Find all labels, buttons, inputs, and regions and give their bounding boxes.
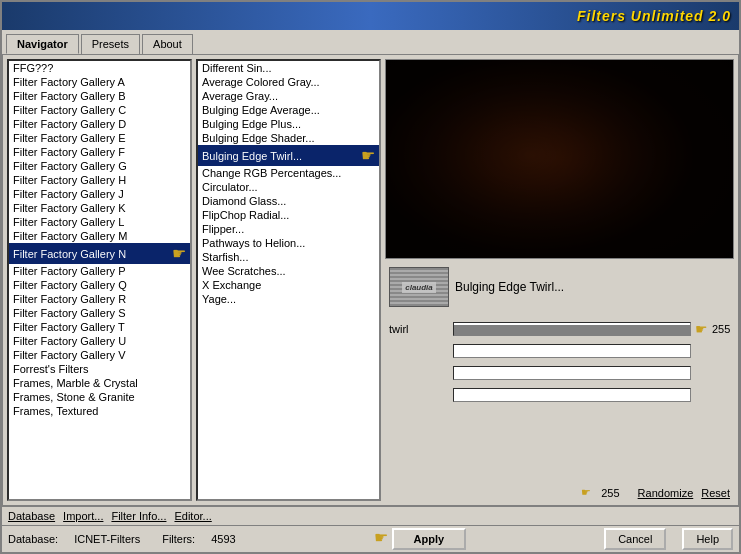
- filter-list[interactable]: Different Sin... Average Colored Gray...…: [196, 59, 381, 501]
- cancel-button[interactable]: Cancel: [604, 528, 666, 550]
- list-item[interactable]: Filter Factory Gallery K: [9, 201, 190, 215]
- filter-item[interactable]: X Exchange: [198, 278, 379, 292]
- filter-item[interactable]: Circulator...: [198, 180, 379, 194]
- plugin-thumbnail: claudia: [389, 267, 449, 307]
- randomize-reset-row: ☛ 255 Randomize Reset: [385, 484, 734, 501]
- database-link[interactable]: Database: [8, 510, 55, 522]
- filter-info-bar: claudia Bulging Edge Twirl...: [385, 263, 734, 311]
- status-bar: Database: ICNET-Filters Filters: 4593 ☛ …: [2, 525, 739, 552]
- params-area: twirl ☛ 255: [385, 315, 734, 480]
- tab-navigator[interactable]: Navigator: [6, 34, 79, 54]
- filter-selection-arrow-icon: ☛: [361, 146, 375, 165]
- title-bar: Filters Unlimited 2.0: [2, 2, 739, 30]
- preview-canvas: [386, 60, 733, 258]
- filter-item[interactable]: Yage...: [198, 292, 379, 306]
- category-list[interactable]: FFG??? Filter Factory Gallery A Filter F…: [7, 59, 192, 501]
- tab-presets[interactable]: Presets: [81, 34, 140, 54]
- list-item[interactable]: Filter Factory Gallery V: [9, 348, 190, 362]
- tabs-bar: Navigator Presets About: [2, 30, 739, 54]
- list-item[interactable]: Filter Factory Gallery S: [9, 306, 190, 320]
- reset-button[interactable]: Reset: [701, 487, 730, 499]
- import-link[interactable]: Import...: [63, 510, 103, 522]
- param-slider-2[interactable]: [453, 344, 691, 358]
- selection-arrow-icon: ☛: [172, 244, 186, 263]
- filter-item[interactable]: Wee Scratches...: [198, 264, 379, 278]
- main-window: Filters Unlimited 2.0 Navigator Presets …: [0, 0, 741, 554]
- filter-name-display: Bulging Edge Twirl...: [455, 280, 564, 294]
- bottom-toolbar: Database Import... Filter Info... Editor…: [2, 506, 739, 525]
- filter-item[interactable]: Pathways to Helion...: [198, 236, 379, 250]
- randomize-button[interactable]: Randomize: [638, 487, 694, 499]
- param-label-twirl: twirl: [389, 323, 449, 335]
- list-item[interactable]: Filter Factory Gallery U: [9, 334, 190, 348]
- list-item[interactable]: Filter Factory Gallery H: [9, 173, 190, 187]
- param-value-twirl: ☛ 255: [695, 321, 730, 337]
- filter-item[interactable]: Flipper...: [198, 222, 379, 236]
- filter-item[interactable]: Average Colored Gray...: [198, 75, 379, 89]
- filter-item[interactable]: Change RGB Percentages...: [198, 166, 379, 180]
- filter-item[interactable]: FlipChop Radial...: [198, 208, 379, 222]
- list-item[interactable]: Frames, Marble & Crystal: [9, 376, 190, 390]
- list-item[interactable]: Filter Factory Gallery R: [9, 292, 190, 306]
- editor-link[interactable]: Editor...: [174, 510, 211, 522]
- panels-container: FFG??? Filter Factory Gallery A Filter F…: [3, 55, 738, 505]
- list-item[interactable]: Filter Factory Gallery J: [9, 187, 190, 201]
- preview-image[interactable]: [385, 59, 734, 259]
- list-item-selected[interactable]: Filter Factory Gallery N ☛: [9, 243, 190, 264]
- list-item[interactable]: Filter Factory Gallery P: [9, 264, 190, 278]
- param-row-twirl: twirl ☛ 255: [389, 319, 730, 339]
- param-slider-4[interactable]: [453, 388, 691, 402]
- last-value-display: 255: [601, 487, 619, 499]
- database-status-label: Database:: [8, 533, 58, 545]
- filter-item[interactable]: Bulging Edge Plus...: [198, 117, 379, 131]
- apply-button[interactable]: Apply: [392, 528, 467, 550]
- param-row-3: [389, 363, 730, 383]
- filter-item[interactable]: Bulging Edge Average...: [198, 103, 379, 117]
- list-item[interactable]: Filter Factory Gallery M: [9, 229, 190, 243]
- filter-item-selected[interactable]: Bulging Edge Twirl... ☛: [198, 145, 379, 166]
- list-item[interactable]: Filter Factory Gallery Q: [9, 278, 190, 292]
- reset-arrow-icon: ☛: [581, 486, 591, 499]
- filter-item[interactable]: Different Sin...: [198, 61, 379, 75]
- list-item[interactable]: Filter Factory Gallery D: [9, 117, 190, 131]
- apply-btn-area: ☛ Apply: [252, 528, 588, 550]
- param-row-4: [389, 385, 730, 405]
- list-item[interactable]: Filter Factory Gallery T: [9, 320, 190, 334]
- param-row-2: [389, 341, 730, 361]
- list-item[interactable]: FFG???: [9, 61, 190, 75]
- filter-info-link[interactable]: Filter Info...: [111, 510, 166, 522]
- database-status-value: ICNET-Filters: [74, 533, 140, 545]
- list-item[interactable]: Frames, Stone & Granite: [9, 390, 190, 404]
- title-bar-text: Filters Unlimited 2.0: [577, 8, 731, 24]
- filter-item[interactable]: Diamond Glass...: [198, 194, 379, 208]
- list-item[interactable]: Filter Factory Gallery C: [9, 103, 190, 117]
- right-content-panel: claudia Bulging Edge Twirl... twirl: [385, 59, 734, 501]
- list-item[interactable]: Filter Factory Gallery E: [9, 131, 190, 145]
- list-item[interactable]: Filter Factory Gallery F: [9, 145, 190, 159]
- filter-item[interactable]: Average Gray...: [198, 89, 379, 103]
- plugin-thumb-label: claudia: [402, 282, 436, 293]
- list-item[interactable]: Filter Factory Gallery B: [9, 89, 190, 103]
- filters-status-label: Filters:: [162, 533, 195, 545]
- filters-status-value: 4593: [211, 533, 235, 545]
- list-item[interactable]: Frames, Textured: [9, 404, 190, 418]
- param-slider-3[interactable]: [453, 366, 691, 380]
- help-button[interactable]: Help: [682, 528, 733, 550]
- filter-item[interactable]: Starfish...: [198, 250, 379, 264]
- param-slider-twirl[interactable]: [453, 322, 691, 336]
- apply-arrow-icon: ☛: [374, 528, 388, 550]
- category-panel: FFG??? Filter Factory Gallery A Filter F…: [7, 59, 192, 501]
- param-arrow-icon: ☛: [695, 321, 708, 337]
- list-item[interactable]: Filter Factory Gallery G: [9, 159, 190, 173]
- filter-item[interactable]: Bulging Edge Shader...: [198, 131, 379, 145]
- list-item[interactable]: Filter Factory Gallery L: [9, 215, 190, 229]
- list-item[interactable]: Filter Factory Gallery A: [9, 75, 190, 89]
- tab-about[interactable]: About: [142, 34, 193, 54]
- main-content: FFG??? Filter Factory Gallery A Filter F…: [2, 54, 739, 506]
- list-item[interactable]: Forrest's Filters: [9, 362, 190, 376]
- filter-panel: Different Sin... Average Colored Gray...…: [196, 59, 381, 501]
